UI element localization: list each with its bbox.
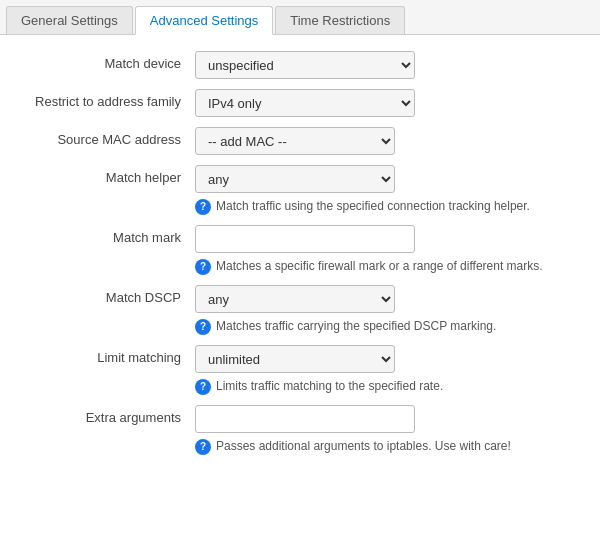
control-match-device: unspecified eth0 eth1 [195,51,580,79]
select-address-family[interactable]: IPv4 only IPv6 only IPv4 and IPv6 [195,89,415,117]
help-match-dscp: ? Matches traffic carrying the specified… [195,318,580,335]
label-source-mac: Source MAC address [20,127,195,147]
help-match-helper: ? Match traffic using the specified conn… [195,198,580,215]
select-source-mac[interactable]: -- add MAC -- [195,127,395,155]
row-match-dscp: Match DSCP any CS0 CS1 ? Matches traffic… [20,285,580,335]
help-icon-match-dscp[interactable]: ? [195,319,211,335]
help-match-mark: ? Matches a specific firewall mark or a … [195,258,580,275]
help-icon-limit-matching[interactable]: ? [195,379,211,395]
label-limit-matching: Limit matching [20,345,195,365]
control-extra-arguments: ? Passes additional arguments to iptable… [195,405,580,455]
tab-advanced[interactable]: Advanced Settings [135,6,273,35]
select-match-dscp[interactable]: any CS0 CS1 [195,285,395,313]
help-text-match-mark: Matches a specific firewall mark or a ra… [216,258,543,275]
form-content: Match device unspecified eth0 eth1 Restr… [0,35,600,481]
row-match-device: Match device unspecified eth0 eth1 [20,51,580,79]
row-source-mac: Source MAC address -- add MAC -- [20,127,580,155]
row-address-family: Restrict to address family IPv4 only IPv… [20,89,580,117]
tab-time-restrictions[interactable]: Time Restrictions [275,6,405,34]
control-match-mark: ? Matches a specific firewall mark or a … [195,225,580,275]
help-text-match-dscp: Matches traffic carrying the specified D… [216,318,496,335]
label-extra-arguments: Extra arguments [20,405,195,425]
label-address-family: Restrict to address family [20,89,195,109]
control-limit-matching: unlimited 10/second 100/second 1/minute … [195,345,580,395]
control-address-family: IPv4 only IPv6 only IPv4 and IPv6 [195,89,580,117]
control-match-helper: any ftp tftp ? Match traffic using the s… [195,165,580,215]
help-text-limit-matching: Limits traffic matching to the specified… [216,378,443,395]
label-match-dscp: Match DSCP [20,285,195,305]
label-match-mark: Match mark [20,225,195,245]
label-match-device: Match device [20,51,195,71]
help-text-extra-arguments: Passes additional arguments to iptables.… [216,438,511,455]
help-extra-arguments: ? Passes additional arguments to iptable… [195,438,580,455]
row-extra-arguments: Extra arguments ? Passes additional argu… [20,405,580,455]
control-match-dscp: any CS0 CS1 ? Matches traffic carrying t… [195,285,580,335]
help-icon-match-helper[interactable]: ? [195,199,211,215]
control-source-mac: -- add MAC -- [195,127,580,155]
input-match-mark[interactable] [195,225,415,253]
select-match-helper[interactable]: any ftp tftp [195,165,395,193]
help-icon-match-mark[interactable]: ? [195,259,211,275]
help-icon-extra-arguments[interactable]: ? [195,439,211,455]
row-match-mark: Match mark ? Matches a specific firewall… [20,225,580,275]
select-match-device[interactable]: unspecified eth0 eth1 [195,51,415,79]
input-extra-arguments[interactable] [195,405,415,433]
label-match-helper: Match helper [20,165,195,185]
help-limit-matching: ? Limits traffic matching to the specifi… [195,378,580,395]
select-limit-matching[interactable]: unlimited 10/second 100/second 1/minute [195,345,395,373]
row-match-helper: Match helper any ftp tftp ? Match traffi… [20,165,580,215]
row-limit-matching: Limit matching unlimited 10/second 100/s… [20,345,580,395]
tab-general[interactable]: General Settings [6,6,133,34]
help-text-match-helper: Match traffic using the specified connec… [216,198,530,215]
tab-bar: General Settings Advanced Settings Time … [0,0,600,35]
